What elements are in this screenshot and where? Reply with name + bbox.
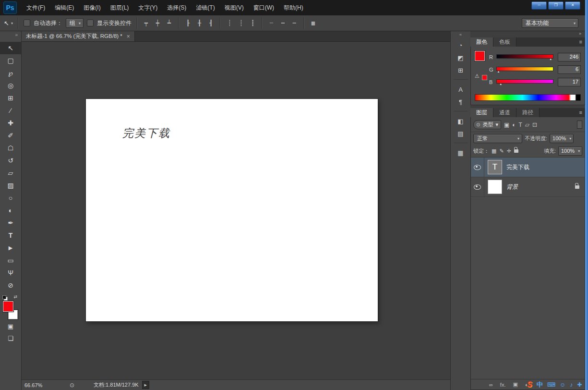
lock-transparent-pixels-icon[interactable]: ▦ (492, 148, 496, 154)
sogou-logo[interactable]: S (527, 380, 532, 389)
canvas-area[interactable]: 完美下载 (22, 42, 450, 379)
align-top-edges-icon[interactable]: ┯ (142, 20, 150, 26)
slider-thumb-icon[interactable]: ▲ (497, 70, 500, 73)
rectangle-tool[interactable]: ▭ (0, 254, 21, 267)
pen-tool[interactable]: ✒ (0, 217, 21, 229)
maximize-button[interactable]: ❐ (548, 1, 564, 10)
align-right-edges-icon[interactable]: ┨ (207, 20, 215, 26)
path-selection-tool[interactable]: ► (0, 242, 21, 254)
layer-effects-icon[interactable]: fx. (500, 382, 506, 388)
foreground-color-swatch[interactable] (3, 301, 13, 312)
lock-position-icon[interactable]: ✛ (507, 148, 511, 154)
clone-stamp-tool[interactable]: ☖ (0, 142, 21, 154)
zoom-level-field[interactable]: 66.67% (24, 382, 51, 388)
panel-menu-icon[interactable]: ≡ (579, 110, 582, 115)
layer-mask-icon[interactable]: ▣ (513, 381, 517, 388)
quick-selection-tool[interactable]: ◎ (0, 79, 21, 92)
menu-edit[interactable]: 编辑(E) (50, 0, 79, 15)
menu-view[interactable]: 视图(V) (220, 0, 249, 15)
menu-window[interactable]: 窗口(W) (249, 0, 279, 15)
panel-menu-icon[interactable]: ≡ (579, 39, 582, 45)
show-transform-checkbox[interactable] (87, 20, 94, 26)
hand-tool[interactable]: Ψ (0, 267, 21, 279)
screen-mode-button[interactable]: ❏ (0, 332, 21, 344)
gamut-color-chip[interactable] (482, 75, 487, 80)
histogram-panel-icon[interactable]: ▦ (454, 147, 468, 158)
slider-thumb-icon[interactable]: ▲ (499, 83, 502, 85)
paragraph-panel-icon[interactable]: ¶ (454, 96, 468, 108)
status-options-button[interactable]: ▶ (142, 381, 149, 389)
close-tab-icon[interactable]: × (127, 33, 130, 40)
character-panel-icon[interactable]: A (454, 84, 468, 95)
align-vertical-centers-icon[interactable]: ┿ (154, 20, 162, 26)
green-slider[interactable]: ▲ (496, 67, 553, 71)
canvas-text-layer[interactable]: 完美下载 (122, 126, 170, 141)
gamut-warning-icon[interactable]: ⚠ (475, 73, 480, 79)
filter-smart-objects-icon[interactable]: ⊡ (532, 122, 537, 128)
type-tool[interactable]: T (0, 229, 21, 242)
brush-tool[interactable]: ✐ (0, 129, 21, 142)
swap-colors-icon[interactable]: ⇄ (13, 294, 17, 299)
foreground-color-chip[interactable] (475, 51, 485, 61)
rectangular-marquee-tool[interactable]: ▢ (0, 54, 21, 67)
distribute-horizontal-centers-icon[interactable]: ┅ (279, 20, 287, 26)
distribute-vertical-centers-icon[interactable]: ┆ (237, 20, 245, 26)
opacity-dropdown[interactable]: 100% ▾ (550, 134, 574, 143)
visibility-cell[interactable] (471, 158, 484, 177)
collapse-dock-icon[interactable]: » (470, 31, 585, 37)
slider-thumb-icon[interactable]: ▲ (549, 58, 552, 61)
close-button[interactable]: ✕ (565, 1, 580, 10)
ime-mic-icon[interactable]: ♪ (570, 381, 573, 388)
link-layers-icon[interactable]: ∞ (489, 382, 493, 388)
lasso-tool[interactable]: ℘ (0, 67, 21, 79)
tab-color[interactable]: 颜色 (470, 37, 493, 47)
history-brush-tool[interactable]: ↺ (0, 154, 21, 167)
info-panel-icon[interactable]: ⊞ (454, 64, 468, 76)
zoom-tool[interactable]: ⊘ (0, 279, 21, 292)
ime-emoji-icon[interactable]: ☺ (560, 381, 565, 388)
minimize-button[interactable]: ─ (531, 1, 547, 10)
auto-select-checkbox[interactable] (24, 20, 30, 26)
menu-layer[interactable]: 图层(L) (106, 0, 134, 15)
blend-mode-dropdown[interactable]: 正常 ▾ (473, 134, 522, 143)
tab-swatches[interactable]: 色板 (493, 37, 516, 47)
paragraph-styles-panel-icon[interactable]: ▤ (454, 128, 468, 139)
document-tab[interactable]: 未标题-1 @ 66.7% (完美下载, RGB/8) * × (22, 31, 135, 41)
filter-switch[interactable] (577, 121, 582, 129)
blue-value-field[interactable]: 17 (558, 78, 581, 86)
eye-icon[interactable] (474, 165, 481, 170)
color-spectrum-bar[interactable] (475, 94, 581, 101)
gradient-tool[interactable]: ▨ (0, 179, 21, 192)
character-styles-panel-icon[interactable]: ◧ (454, 115, 468, 127)
document-canvas[interactable]: 完美下载 (86, 99, 378, 321)
toolbar-collapse-icon[interactable]: » (0, 31, 21, 37)
workspace-switcher[interactable]: 基本功能 ▾ (522, 18, 578, 28)
layer-name[interactable]: 完美下载 (506, 163, 529, 171)
ime-toolbox-icon[interactable]: ✚ (577, 381, 582, 388)
fill-dropdown[interactable]: 100% ▾ (558, 146, 582, 156)
lock-all-icon[interactable] (514, 149, 518, 153)
red-slider[interactable]: ▲ (496, 54, 553, 59)
dodge-tool[interactable]: ◐ (0, 204, 21, 217)
layer-row-background[interactable]: 背景 (471, 177, 585, 197)
layer-filter-dropdown[interactable]: ⊙ 类型 ▾ (473, 120, 501, 129)
crop-tool[interactable]: ⊞ (0, 92, 21, 104)
text-layer-thumbnail[interactable]: T (488, 160, 502, 174)
menu-type[interactable]: 文字(Y) (133, 0, 162, 15)
distribute-right-edges-icon[interactable]: ┉ (290, 20, 299, 26)
expand-dock-icon[interactable]: « (451, 31, 470, 39)
green-value-field[interactable]: 6 (558, 65, 581, 74)
ime-keyboard-icon[interactable]: ⌨ (547, 381, 555, 388)
spot-healing-brush-tool[interactable]: ✚ (0, 117, 21, 129)
filter-shape-layers-icon[interactable]: ▱ (525, 122, 529, 128)
background-layer-thumbnail[interactable] (488, 180, 502, 194)
tab-channels[interactable]: 通道 (493, 108, 516, 117)
layer-row-text[interactable]: T 完美下载 (471, 158, 585, 177)
move-tool[interactable]: ↖ (0, 42, 21, 54)
lock-image-pixels-icon[interactable]: ✎ (499, 148, 504, 154)
filter-adjustment-layers-icon[interactable]: ◐ (512, 122, 516, 128)
align-horizontal-centers-icon[interactable]: ╂ (195, 20, 204, 26)
menu-file[interactable]: 文件(F) (22, 0, 50, 15)
filter-type-layers-icon[interactable]: T (519, 122, 522, 128)
blur-tool[interactable]: ○ (0, 192, 21, 204)
